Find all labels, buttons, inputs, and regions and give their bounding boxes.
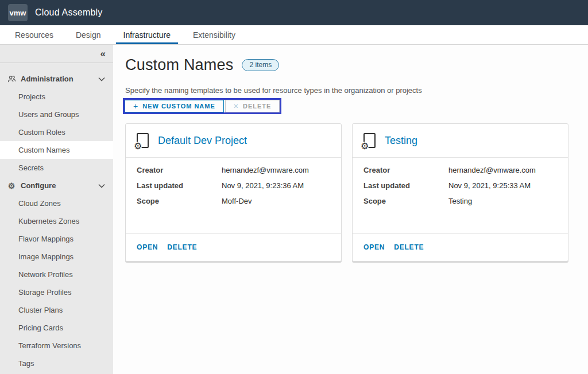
card-footer: OPEN DELETE: [353, 233, 568, 261]
gear-icon: ⚙: [134, 142, 142, 151]
card-body: Creator hernandezf@vmware.com Last updat…: [126, 158, 341, 233]
tab-design[interactable]: Design: [68, 25, 109, 44]
card-header: ⚙ Default Dev Project: [126, 124, 341, 158]
scope-value: Testing: [448, 196, 472, 207]
creator-value: hernandezf@vmware.com: [448, 165, 536, 176]
sidebar-item-custom-names[interactable]: Custom Names: [0, 141, 113, 159]
sidebar-item-cluster-plans[interactable]: Cluster Plans: [0, 301, 113, 319]
delete-button[interactable]: × DELETE: [225, 100, 280, 112]
vmware-logo: vmw: [8, 4, 28, 21]
sidebar-nav: Administration Projects Users and Groups…: [0, 63, 113, 372]
last-updated-value: Nov 9, 2021, 9:23:36 AM: [222, 180, 304, 192]
sidebar-item-projects[interactable]: Projects: [0, 88, 113, 106]
gear-icon: ⚙: [7, 181, 16, 190]
tab-resources[interactable]: Resources: [7, 25, 61, 44]
sidebar-item-custom-roles[interactable]: Custom Roles: [0, 123, 113, 141]
custom-names-card-grid: ⚙ Default Dev Project Creator hernandezf…: [125, 123, 571, 262]
delete-button-label: DELETE: [243, 103, 271, 110]
creator-row: Creator hernandezf@vmware.com: [137, 165, 330, 176]
tab-infrastructure[interactable]: Infrastructure: [116, 25, 178, 44]
chevron-down-icon: [98, 181, 105, 190]
sidebar-item-users-and-groups[interactable]: Users and Groups: [0, 106, 113, 123]
app-title: Cloud Assembly: [35, 7, 103, 18]
sidebar: « Administration Projects Users an: [0, 45, 113, 374]
sidebar-header: «: [0, 45, 113, 63]
scope-label: Scope: [137, 196, 222, 207]
custom-name-card: ⚙ Default Dev Project Creator hernandezf…: [125, 123, 342, 262]
delete-link[interactable]: DELETE: [167, 243, 197, 251]
sidebar-group-configure[interactable]: ⚙ Configure: [0, 177, 113, 194]
title-row: Custom Names 2 items: [125, 56, 571, 74]
vmware-logo-text: vmw: [10, 9, 26, 17]
last-updated-row: Last updated Nov 9, 2021, 9:23:36 AM: [137, 180, 330, 192]
sidebar-item-network-profiles[interactable]: Network Profiles: [0, 266, 113, 283]
users-icon: [7, 75, 16, 84]
sidebar-item-secrets[interactable]: Secrets: [0, 159, 113, 177]
gear-icon: ⚙: [361, 142, 369, 151]
new-custom-name-label: NEW CUSTOM NAME: [142, 103, 215, 110]
main-content: Custom Names 2 items Specify the naming …: [113, 45, 588, 374]
last-updated-label: Last updated: [363, 180, 448, 192]
chevron-down-icon: [98, 75, 105, 83]
card-title[interactable]: Testing: [385, 135, 417, 147]
sidebar-group-administration[interactable]: Administration: [0, 70, 113, 88]
creator-label: Creator: [363, 165, 448, 176]
items-count-badge: 2 items: [242, 59, 279, 71]
annotation-highlight-box: + NEW CUSTOM NAME × DELETE: [123, 98, 281, 114]
last-updated-row: Last updated Nov 9, 2021, 9:25:33 AM: [363, 180, 557, 192]
scope-row: Scope Testing: [363, 196, 557, 207]
scope-row: Scope Moff-Dev: [137, 196, 330, 207]
page-title: Custom Names: [125, 56, 233, 74]
delete-link[interactable]: DELETE: [394, 243, 424, 251]
card-header: ⚙ Testing: [353, 124, 568, 158]
sidebar-group-label: Configure: [21, 181, 94, 190]
primary-nav-tabs: Resources Design Infrastructure Extensib…: [0, 25, 588, 45]
document-gear-icon: ⚙: [137, 133, 149, 148]
scope-label: Scope: [363, 196, 448, 207]
card-body: Creator hernandezf@vmware.com Last updat…: [353, 158, 568, 233]
card-title[interactable]: Default Dev Project: [158, 135, 247, 147]
scope-value: Moff-Dev: [222, 196, 252, 207]
card-footer: OPEN DELETE: [126, 233, 341, 261]
custom-name-card: ⚙ Testing Creator hernandezf@vmware.com …: [352, 123, 568, 262]
sidebar-item-kubernetes-zones[interactable]: Kubernetes Zones: [0, 212, 113, 230]
plus-icon: +: [133, 102, 138, 110]
creator-label: Creator: [137, 165, 222, 176]
last-updated-value: Nov 9, 2021, 9:25:33 AM: [448, 180, 531, 192]
creator-row: Creator hernandezf@vmware.com: [363, 165, 557, 176]
sidebar-item-cloud-zones[interactable]: Cloud Zones: [0, 194, 113, 212]
sidebar-item-storage-profiles[interactable]: Storage Profiles: [0, 283, 113, 301]
x-icon: ×: [234, 102, 239, 110]
tab-extensibility[interactable]: Extensibility: [185, 25, 243, 44]
sidebar-collapse-icon[interactable]: «: [100, 49, 106, 59]
sidebar-item-pricing-cards[interactable]: Pricing Cards: [0, 319, 113, 337]
sidebar-item-flavor-mappings[interactable]: Flavor Mappings: [0, 230, 113, 248]
open-link[interactable]: OPEN: [363, 243, 385, 251]
app-header: vmw Cloud Assembly: [0, 0, 588, 25]
last-updated-label: Last updated: [137, 180, 222, 192]
sidebar-item-terraform-versions[interactable]: Terraform Versions: [0, 337, 113, 354]
new-custom-name-button[interactable]: + NEW CUSTOM NAME: [125, 100, 224, 112]
open-link[interactable]: OPEN: [137, 243, 158, 251]
sidebar-item-tags[interactable]: Tags: [0, 354, 113, 372]
page-description: Specify the naming templates to be used …: [125, 86, 571, 95]
sidebar-group-label: Administration: [21, 75, 94, 83]
creator-value: hernandezf@vmware.com: [222, 165, 309, 176]
sidebar-item-image-mappings[interactable]: Image Mappings: [0, 248, 113, 266]
document-gear-icon: ⚙: [363, 133, 376, 148]
